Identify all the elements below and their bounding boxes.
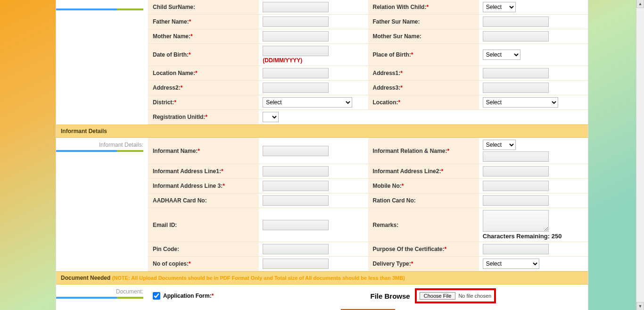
document-block: Document: Application Form:* File Browse… bbox=[56, 285, 588, 310]
label-relation-child: Relation With Child:* bbox=[368, 0, 479, 14]
label-father-name: Father Name:* bbox=[148, 15, 259, 29]
label-address2: Address2:* bbox=[148, 81, 259, 95]
child-surname-input[interactable] bbox=[263, 2, 329, 12]
father-name-input[interactable] bbox=[263, 17, 329, 27]
label-ration: Ration Card No: bbox=[368, 193, 479, 208]
label-mobile: Mobile No:* bbox=[368, 179, 479, 193]
application-form-checkbox[interactable] bbox=[153, 292, 160, 300]
delivery-select[interactable]: Select bbox=[483, 259, 539, 269]
applicant-grid: Child SurName: Relation With Child:* Sel… bbox=[148, 0, 588, 125]
reg-unit-select[interactable] bbox=[263, 112, 279, 122]
informant-side-label: Informant Details: bbox=[56, 138, 148, 271]
scroll-up-button[interactable]: ▲ bbox=[636, 0, 644, 8]
informant-addr2-input[interactable] bbox=[483, 166, 549, 176]
applicant-block: Child SurName: Relation With Child:* Sel… bbox=[56, 0, 588, 125]
label-informant-addr2: Informant Address Line2:* bbox=[368, 164, 479, 178]
mother-surname-input[interactable] bbox=[483, 31, 549, 42]
label-informant-name: Informant Name:* bbox=[148, 138, 259, 164]
informant-relation-name-input[interactable] bbox=[483, 151, 549, 162]
dob-input[interactable] bbox=[263, 46, 329, 56]
document-side-label: Document: bbox=[56, 285, 148, 310]
label-application-form: Application Form:* bbox=[163, 293, 214, 299]
address3-input[interactable] bbox=[483, 83, 549, 93]
informant-addr1-input[interactable] bbox=[263, 166, 329, 176]
document-grid: Application Form:* File Browse Choose Fi… bbox=[148, 285, 588, 310]
remarks-textarea[interactable] bbox=[483, 210, 549, 232]
district-select[interactable]: Select bbox=[263, 97, 352, 108]
informant-block: Informant Details: Informant Name:* Info… bbox=[56, 138, 588, 271]
label-address3: Address3:* bbox=[368, 81, 479, 95]
page-background: Child SurName: Relation With Child:* Sel… bbox=[0, 0, 644, 310]
label-informant-relation: Informant Relation & Name:* bbox=[368, 138, 479, 164]
choose-file-button[interactable]: Choose File bbox=[420, 292, 456, 300]
dob-hint: (DD/MM/YYYY) bbox=[263, 57, 302, 64]
label-reg-unit: Registration UnitId:* bbox=[148, 110, 259, 124]
form-sheet: Child SurName: Relation With Child:* Sel… bbox=[56, 0, 588, 310]
address2-input[interactable] bbox=[263, 83, 329, 93]
label-district: District:* bbox=[148, 95, 259, 109]
label-address1: Address1:* bbox=[368, 66, 479, 80]
mobile-input[interactable] bbox=[483, 181, 549, 191]
file-upload-area: Choose File No file chosen bbox=[415, 288, 496, 303]
applicant-side-label bbox=[56, 0, 148, 125]
label-purpose: Purpose Of the Certificate:* bbox=[368, 242, 479, 256]
label-mother-surname: Mother Sur Name: bbox=[368, 29, 479, 43]
aadhaar-input[interactable] bbox=[263, 195, 329, 206]
pin-input[interactable] bbox=[263, 244, 329, 254]
label-mother-name: Mother Name:* bbox=[148, 29, 259, 43]
scrollbar[interactable]: ▲ ▼ bbox=[636, 0, 644, 310]
location-select[interactable]: Select bbox=[483, 97, 558, 108]
label-delivery: Delivery Type:* bbox=[368, 257, 479, 271]
mother-name-input[interactable] bbox=[263, 31, 329, 42]
informant-section-header: Informant Details bbox=[56, 125, 588, 138]
email-input[interactable] bbox=[263, 220, 329, 230]
label-dob: Date of Birth:* bbox=[148, 44, 259, 66]
informant-grid: Informant Name:* Informant Relation & Na… bbox=[148, 138, 588, 271]
father-surname-input[interactable] bbox=[483, 17, 549, 27]
purpose-input[interactable] bbox=[483, 244, 549, 254]
pob-select[interactable]: Select bbox=[483, 50, 520, 60]
chars-remaining: Characters Remaining: 250 bbox=[483, 233, 562, 240]
label-remarks: Remarks: bbox=[368, 208, 479, 242]
label-location: Location:* bbox=[368, 95, 479, 109]
informant-name-input[interactable] bbox=[263, 146, 329, 156]
label-father-surname: Father Sur Name: bbox=[368, 15, 479, 29]
informant-relation-select[interactable]: Select bbox=[483, 140, 516, 150]
label-aadhaar: AADHAAR Card No: bbox=[148, 193, 259, 208]
scroll-down-button[interactable]: ▼ bbox=[636, 302, 644, 310]
label-pin: Pin Code: bbox=[148, 242, 259, 256]
file-browse-label: File Browse bbox=[371, 292, 410, 300]
label-pob: Place of Birth:* bbox=[368, 44, 479, 66]
informant-addr3-input[interactable] bbox=[263, 181, 329, 191]
ration-input[interactable] bbox=[483, 195, 549, 206]
label-location-name: Location Name:* bbox=[148, 66, 259, 80]
copies-input[interactable] bbox=[263, 259, 329, 269]
file-chosen-text: No file chosen bbox=[458, 293, 491, 299]
label-informant-addr1: Informant Address Line1:* bbox=[148, 164, 259, 178]
location-name-input[interactable] bbox=[263, 68, 329, 78]
label-email: Email ID: bbox=[148, 208, 259, 242]
relation-child-select[interactable]: Select bbox=[483, 2, 516, 12]
label-copies: No of copies:* bbox=[148, 257, 259, 271]
label-child-surname: Child SurName: bbox=[148, 0, 259, 14]
label-informant-addr3: Informant Address Line 3:* bbox=[148, 179, 259, 193]
address1-input[interactable] bbox=[483, 68, 549, 78]
document-section-header: Document Needed (NOTE: All Upload Docume… bbox=[56, 271, 588, 285]
